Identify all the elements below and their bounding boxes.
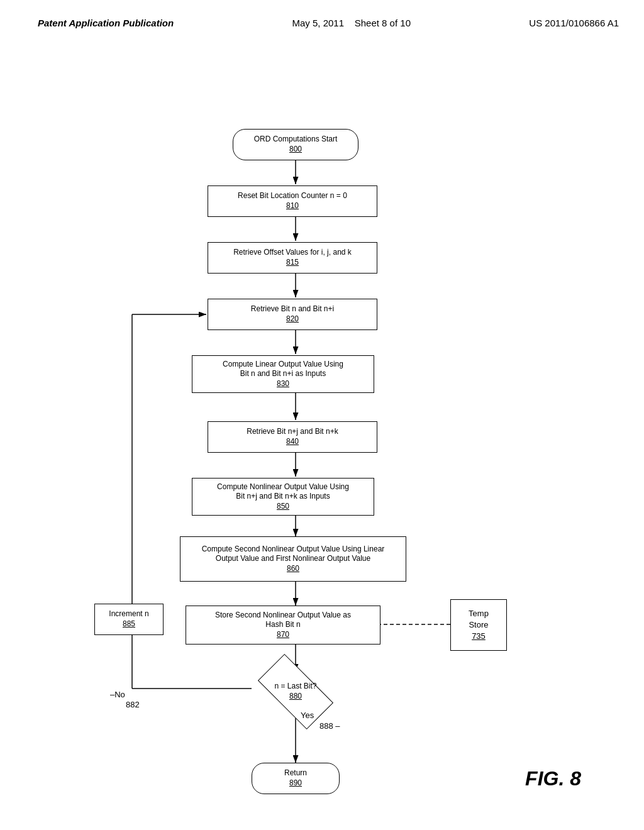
no-label: –No (110, 690, 125, 699)
node-800-ref: 800 (289, 145, 302, 155)
flowchart-diagram: Increment n 885 ORD Computations Start 8… (0, 41, 644, 808)
sheet-number: Sheet 8 of 10 (355, 18, 411, 28)
node-815-label: Retrieve Offset Values for i, j, and k (233, 248, 352, 258)
node-800: ORD Computations Start 800 (233, 129, 358, 160)
temp-store-label: TempStore (469, 608, 489, 631)
pub-date: May 5, 2011 (292, 18, 345, 28)
node-890-label: Return (284, 768, 307, 778)
ref-882: 882 (126, 700, 140, 709)
fig-label: FIG. 8 (525, 767, 581, 790)
node-800-label: ORD Computations Start (254, 135, 338, 145)
node-810: Reset Bit Location Counter n = 0 810 (208, 185, 377, 217)
node-810-label: Reset Bit Location Counter n = 0 (238, 191, 347, 201)
node-890: Return 890 (252, 763, 340, 794)
node-820-ref: 820 (286, 314, 299, 324)
node-890-ref: 890 (289, 778, 302, 788)
node-820: Retrieve Bit n and Bit n+i 820 (208, 299, 377, 330)
node-850-ref: 850 (277, 502, 289, 512)
node-830-label: Compute Linear Output Value UsingBit n a… (223, 360, 343, 379)
temp-store-ref: 735 (472, 631, 486, 642)
node-840-ref: 840 (286, 437, 299, 447)
node-850: Compute Nonlinear Output Value UsingBit … (192, 478, 374, 516)
node-880-wrap: n = Last Bit? 880 (248, 670, 343, 714)
node-860-ref: 860 (287, 564, 299, 574)
node-830-ref: 830 (277, 379, 289, 389)
node-820-label: Retrieve Bit n and Bit n+i (251, 304, 334, 314)
node-885-ref: 885 (123, 619, 135, 629)
yes-label: Yes (301, 711, 314, 720)
node-885-label: Increment n (109, 609, 148, 619)
node-860-label: Compute Second Nonlinear Output Value Us… (202, 545, 385, 564)
sheet-info: May 5, 2011 Sheet 8 of 10 (292, 18, 411, 28)
node-870-label: Store Second Nonlinear Output Value asHa… (215, 611, 351, 630)
temp-store-735: TempStore 735 (450, 599, 507, 651)
node-830: Compute Linear Output Value UsingBit n a… (192, 355, 374, 393)
publication-title: Patent Application Publication (38, 18, 174, 28)
node-880-ref: 880 (274, 692, 316, 702)
node-880-text: n = Last Bit? 880 (274, 682, 316, 701)
node-815-ref: 815 (286, 258, 299, 268)
node-840: Retrieve Bit n+j and Bit n+k 840 (208, 421, 377, 453)
ref-888: 888 – (319, 721, 340, 731)
node-850-label: Compute Nonlinear Output Value UsingBit … (217, 482, 349, 502)
node-810-ref: 810 (286, 201, 299, 211)
node-880-label: n = Last Bit? (274, 682, 316, 692)
node-870: Store Second Nonlinear Output Value asHa… (186, 606, 380, 645)
node-860: Compute Second Nonlinear Output Value Us… (180, 536, 406, 582)
node-885: Increment n 885 (94, 604, 164, 635)
node-840-label: Retrieve Bit n+j and Bit n+k (247, 427, 338, 437)
patent-number: US 2011/0106866 A1 (529, 18, 619, 28)
node-815: Retrieve Offset Values for i, j, and k 8… (208, 242, 377, 274)
node-870-ref: 870 (277, 630, 289, 640)
page-header: Patent Application Publication May 5, 20… (0, 0, 644, 28)
